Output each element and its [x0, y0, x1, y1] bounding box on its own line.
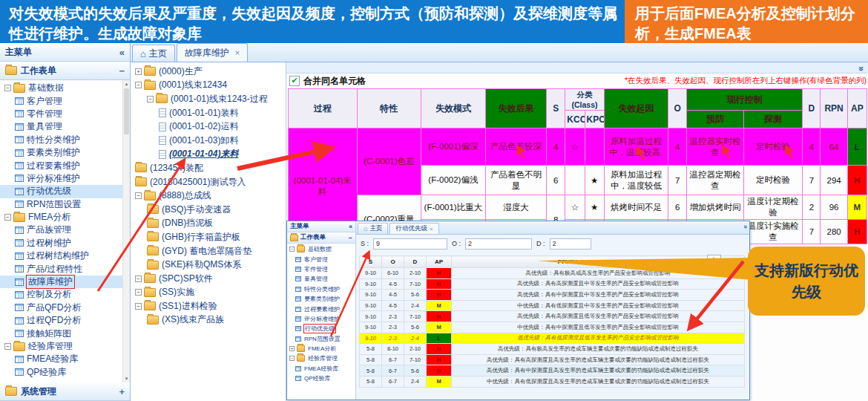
expand-icon[interactable]: + — [135, 68, 142, 75]
panel-expand-chevron-icon[interactable]: » — [856, 66, 867, 71]
sidebar-item[interactable]: 要素类别维护 — [0, 146, 130, 159]
collapse-icon[interactable]: − — [4, 85, 11, 91]
ap-priority-cell[interactable]: H — [427, 290, 452, 301]
ap-logic-cell[interactable]: 高优先级：具有极高或高发生率的产品安全影响或管控影响 — [452, 268, 745, 279]
collapse-icon[interactable]: − — [135, 276, 142, 282]
ap-logic-cell[interactable]: 高优先级：具有中探测度且中等发生率的产品安全影响或管控影响 — [452, 290, 745, 301]
ap-table-row[interactable]: 9-102-32-4L低优先级：具有低探测度且低等发生率的产品安全影响或管控影响 — [360, 333, 745, 344]
ap-d-cell[interactable]: 5-6 — [404, 322, 427, 333]
prevention-cell[interactable]: 增加烘烤时间 — [687, 195, 743, 220]
scroll-down-icon[interactable]: ▼ — [123, 375, 130, 382]
ap-priority-cell[interactable]: H — [427, 344, 452, 355]
sidebar-item[interactable]: −基础数据 — [0, 82, 130, 94]
sidebar-item[interactable]: 零件管理 — [0, 108, 130, 120]
ap-logic-cell[interactable]: 高优先级：具有中探测度且高发生率的造成车辆主要或次要的功能缺陷或造成制造过程损失 — [452, 365, 745, 376]
mini-menu-item[interactable]: −基础数据 — [287, 244, 355, 254]
kcc-cell[interactable] — [565, 166, 585, 195]
collapse-icon[interactable]: − — [135, 289, 142, 296]
ap-priority-cell[interactable]: H — [427, 365, 452, 376]
ap-d-cell[interactable]: 2-4 — [404, 300, 427, 311]
ap-d-cell[interactable]: 2-10 — [404, 268, 427, 279]
object-tree-item[interactable]: −(SPC)SP软件 — [131, 272, 286, 286]
ap-logic-cell[interactable]: 中优先级：具有低探测度且高发生率的造成车辆主要或次要的功能缺陷或造成制造过程损失 — [452, 376, 745, 387]
object-tree-item[interactable]: (123454)装配 — [131, 161, 286, 175]
failure-mode-cell[interactable]: (F-0002)偏浅 — [421, 166, 486, 195]
kpc-cell[interactable] — [585, 128, 604, 166]
ap-cell[interactable]: M — [847, 195, 867, 220]
kcc-cell[interactable]: ☆ — [565, 195, 585, 220]
d-cell[interactable]: 2 — [803, 195, 821, 220]
rpn-cell[interactable]: 280 — [821, 220, 847, 244]
ap-d-cell[interactable]: 7-10 — [404, 278, 427, 290]
mini-menu-item[interactable]: 量具管理 — [287, 274, 355, 284]
sidebar-item[interactable]: 接触矩阵图 — [0, 327, 130, 339]
collapse-icon[interactable]: − — [4, 214, 11, 221]
rpn-cell[interactable]: 96 — [821, 195, 847, 220]
ap-o-cell[interactable]: 6-7 — [382, 354, 404, 365]
collapse-icon[interactable]: − — [289, 247, 295, 252]
ap-d-cell[interactable]: 5-6 — [404, 365, 427, 376]
failure-mode-cell[interactable]: (F-0001)偏深 — [421, 128, 486, 166]
o-cell[interactable]: 7 — [668, 166, 687, 195]
mini-menu-item[interactable]: +FMEA分析 — [287, 344, 355, 353]
ap-s-cell[interactable]: 5-8 — [360, 365, 382, 376]
sidebar-item[interactable]: 过程树结构维护 — [0, 250, 130, 262]
prevention-cell[interactable]: 温控器定期检查 — [687, 166, 743, 195]
ap-s-cell[interactable]: 5-8 — [360, 354, 382, 365]
ap-table-row[interactable]: 9-104-57-10H高优先级：具有高探测度且中等发生率的产品安全影响或管控影… — [360, 278, 745, 290]
detection-cell[interactable]: 温度计实施检查 — [743, 220, 803, 244]
section-collapse-icon[interactable]: − — [119, 65, 125, 76]
ap-o-cell[interactable]: 4-5 — [382, 290, 404, 301]
collapse-icon[interactable]: − — [289, 356, 295, 361]
mini-menu-item[interactable]: 过程要素维护 — [287, 304, 355, 313]
object-tree-item[interactable]: (DNB)挡泥板 — [131, 217, 286, 231]
ap-priority-cell[interactable]: M — [427, 376, 452, 387]
tab-failure-library[interactable]: 故障库维护 × — [177, 43, 248, 62]
ap-o-cell[interactable]: 6-10 — [382, 268, 404, 279]
ap-d-cell[interactable]: 2-4 — [404, 376, 427, 387]
ap-logic-cell[interactable]: 低优先级：具有低探测度且低等发生率的产品安全影响或管控影响 — [452, 333, 745, 344]
o-cell[interactable]: 4 — [668, 128, 687, 166]
sidebar-item[interactable]: −经验库管理 — [0, 340, 130, 353]
d-input[interactable] — [550, 238, 591, 250]
collapse-icon[interactable]: − — [147, 96, 154, 102]
sidebar-item[interactable]: 产品族管理 — [0, 224, 130, 236]
collapse-icon[interactable]: − — [135, 82, 142, 88]
cause-cell[interactable]: 烘烤时间不足 — [604, 195, 668, 220]
kpc-cell[interactable]: ★ — [585, 195, 604, 220]
mini-collapse-icon[interactable]: « — [349, 223, 352, 230]
o-cell[interactable]: 6 — [668, 195, 687, 220]
expand-icon[interactable]: + — [289, 346, 295, 351]
worksheet-section-bar[interactable]: 工作表单 − — [0, 62, 130, 80]
ap-table-row[interactable]: 5-86-72-4M中优先级：具有低探测度且高发生率的造成车辆主要或次要的功能缺… — [360, 376, 745, 387]
tab-close-icon[interactable]: × — [235, 48, 240, 57]
mini-menu-item[interactable]: RPN范围设置 — [287, 334, 355, 344]
ap-priority-cell[interactable]: H — [427, 354, 452, 365]
kpc-cell[interactable]: ★ — [585, 166, 604, 195]
ap-o-cell[interactable]: 2-3 — [382, 333, 404, 344]
ap-logic-cell[interactable]: 高优先级：具有高探测度且高发生率的造成车辆主要或次要的功能缺陷或造成制造过程损失 — [452, 354, 745, 365]
failure-effect-cell[interactable]: 产品色差较深 — [485, 128, 547, 166]
ap-s-cell[interactable]: 9-10 — [360, 290, 382, 301]
ap-o-cell[interactable]: 4-5 — [382, 300, 404, 311]
object-tree-item[interactable]: −(SS)实施 — [131, 286, 286, 300]
sidebar-item[interactable]: QP经验库 — [0, 366, 130, 379]
d-cell[interactable]: 4 — [803, 128, 821, 166]
object-tree-item[interactable]: (GHB)行李箱盖护板 — [131, 230, 286, 244]
ap-logic-cell[interactable]: 中优先级：具有低探测度且中等发生率的产品安全影响或管控影响 — [452, 300, 745, 311]
sidebar-item[interactable]: 客户管理 — [0, 94, 130, 107]
scrollbar-thumb[interactable] — [124, 88, 129, 134]
d-cell[interactable]: 7 — [803, 220, 821, 244]
ap-table-row[interactable]: 5-86-77-10H高优先级：具有高探测度且高发生率的造成车辆主要或次要的功能… — [360, 354, 745, 365]
object-tree-item[interactable]: −(0001-01)线束1243-过程 — [131, 92, 286, 106]
object-tree-item[interactable]: (0001-01-04)来料 — [131, 148, 286, 162]
detection-cell[interactable]: 温度计定期检验 — [743, 195, 803, 220]
ap-cell[interactable]: H — [847, 166, 867, 195]
failure-mode-cell[interactable]: (F-0001)比重大 — [421, 195, 486, 220]
sidebar-item[interactable]: 量具管理 — [0, 120, 130, 133]
partial-button[interactable]: 自 — [707, 255, 721, 267]
ap-table-row[interactable]: 5-88-102-10H高优先级：具有极高发生率的造成车辆主要或次要的功能缺陷或… — [360, 344, 745, 355]
object-tree-item[interactable]: −(0001)线束12434 — [131, 79, 286, 93]
detection-cell[interactable]: 定时检验 — [743, 128, 803, 166]
ap-o-cell[interactable]: 6-7 — [382, 365, 404, 376]
